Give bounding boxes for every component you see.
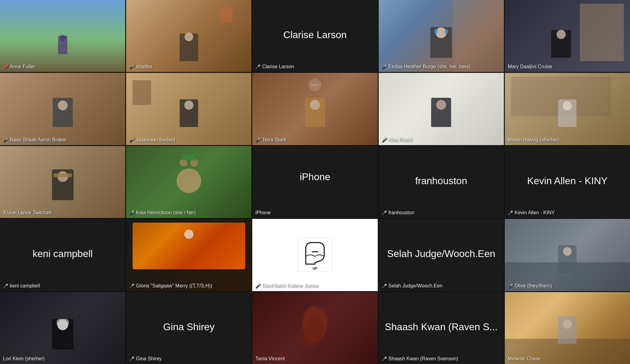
mic-muted-icon: 🎤 — [3, 283, 8, 288]
participant-name: 🎤 Kevin Allen - KINY — [508, 210, 555, 216]
participant-name: 📌 Anne Fuller — [3, 64, 35, 69]
participant-name: 🎤 franhouston — [382, 210, 415, 216]
participant-name: 🎤 Terra Stark — [255, 137, 286, 143]
participant-display-name: Kevin Allen - KINY — [527, 175, 608, 187]
participant-cell[interactable]: Shaash Kwan (Raven S... 🎤 Shaash Kwan (R… — [379, 292, 504, 364]
participant-name: 🎤 Éedaa Heather Burge (she, her, hers) — [382, 64, 471, 69]
participant-cell[interactable]: 🎤 Naas Sháak Aaron Brakel — [0, 73, 125, 145]
participant-name: 🎤 Olive (they/them) — [508, 283, 552, 289]
participant-cell[interactable]: Melanie Chase — [505, 292, 630, 364]
participant-cell[interactable]: 🎤 sharfox — [126, 0, 251, 72]
mic-muted-icon: 🎤 — [255, 283, 261, 288]
participant-name: 🎤 sharfox — [129, 64, 152, 69]
participant-name: 🎤 Shaash Kwan (Raven Svenson) — [382, 356, 458, 362]
participant-name: 🎤 DáxKílatch Kolene James — [255, 283, 318, 289]
participant-name: Mary Daaljíni Cruise — [508, 64, 552, 69]
participant-name: 🎤 Gloria "Saligaaw" Merry ((T,T/S,H)) — [129, 283, 212, 289]
mic-muted-icon: 🎤 — [382, 283, 387, 288]
participant-cell[interactable]: Mary Daaljíni Cruise — [505, 0, 630, 72]
participant-cell[interactable]: Lori Klein (she/her) — [0, 292, 125, 364]
mic-muted-icon: 🎤 — [508, 210, 513, 215]
pin-icon: 📌 — [3, 64, 8, 69]
mic-muted-icon: 🎤 — [129, 64, 134, 69]
participant-name: 🎤 Jaskwaan Bedard — [129, 137, 175, 143]
participant-cell[interactable]: 🎤 Jaskwaan Bedard — [126, 73, 251, 145]
participant-display-name: Gina Shirey — [163, 321, 214, 333]
mic-muted-icon: 🎤 — [129, 356, 134, 361]
participant-cell[interactable]: X'unei Lance Twitchell — [0, 146, 125, 218]
mic-muted-icon: 🎤 — [508, 283, 513, 288]
participant-cell[interactable]: franhouston 🎤 franhouston — [379, 146, 504, 218]
participant-display-name: Shaash Kwan (Raven S... — [385, 321, 497, 333]
participant-name: iPhone — [255, 210, 271, 216]
participant-name: 🎤 Clarise Larson — [255, 64, 294, 69]
mic-muted-icon: 🎤 — [382, 64, 387, 69]
participant-cell[interactable]: Selah Judge/Wooch.Een 🎤 Selah Judge/Wooc… — [379, 219, 504, 291]
mic-muted-icon: 🎤 — [382, 210, 387, 215]
participant-cell[interactable]: iPhone iPhone — [252, 146, 377, 218]
participant-cell[interactable]: Kevin Allen - KINY 🎤 Kevin Allen - KINY — [505, 146, 630, 218]
participant-name: 🎤 keni campbell — [3, 283, 40, 289]
participant-display-name: Selah Judge/Wooch.Een — [387, 248, 495, 259]
participant-display-name: iPhone — [300, 171, 330, 183]
participant-cell[interactable]: 🎤 Kaia Henrickson (she / her) — [126, 146, 251, 218]
participant-cell[interactable]: SEAVC 🎤 Terra Stark — [252, 73, 377, 145]
mic-muted-icon: 🎤 — [255, 64, 261, 69]
svg-text:UP: UP — [313, 267, 317, 270]
participant-cell[interactable]: UP 🎤 DáxKílatch Kolene James — [252, 219, 377, 291]
participant-name: Maren Haavig (she/her) — [508, 137, 560, 143]
participant-display-name: Clarise Larson — [283, 29, 347, 41]
participant-cell[interactable]: 🎤 Éedaa Heather Burge (she, her, hers) — [379, 0, 504, 72]
mic-muted-icon: 🎤 — [3, 137, 8, 142]
participant-name: Lori Klein (she/her) — [3, 356, 45, 362]
participant-name: 🎤 Naas Sháak Aaron Brakel — [3, 137, 66, 143]
mic-muted-icon: 🎤 — [129, 137, 134, 142]
participant-name: 🎤 Alex Roehl — [382, 137, 412, 143]
participant-name: 🎤 Gina Shirey — [129, 356, 162, 362]
mic-muted-icon: 🎤 — [382, 137, 387, 142]
participant-cell[interactable]: 🎤 Olive (they/them) — [505, 219, 630, 291]
participant-cell[interactable]: Tania Vincent — [252, 292, 377, 364]
mic-muted-icon: 🎤 — [382, 356, 387, 361]
participant-cell[interactable]: 🎤 Alex Roehl — [379, 73, 504, 145]
participant-name: Melanie Chase — [508, 356, 541, 362]
mic-muted-icon: 🎤 — [255, 137, 261, 142]
video-grid: 📌 Anne Fuller 🎤 sharfox Clarise Larson 🎤… — [0, 0, 630, 364]
mic-muted-icon: 🎤 — [129, 283, 134, 288]
participant-display-name: keni campbell — [33, 248, 93, 259]
participant-cell[interactable]: keni campbell 🎤 keni campbell — [0, 219, 125, 291]
participant-name: 🎤 Selah Judge/Wooch.Een — [382, 283, 443, 289]
participant-cell[interactable]: 🎤 Gloria "Saligaaw" Merry ((T,T/S,H)) — [126, 219, 251, 291]
participant-cell[interactable]: Maren Haavig (she/her) — [505, 73, 630, 145]
participant-name: Tania Vincent — [255, 356, 285, 362]
organization-logo: UP — [297, 236, 333, 273]
participant-name: X'unei Lance Twitchell — [3, 210, 52, 216]
participant-display-name: franhouston — [415, 175, 467, 187]
participant-name: 🎤 Kaia Henrickson (she / her) — [129, 210, 196, 216]
participant-cell[interactable]: Gina Shirey 🎤 Gina Shirey — [126, 292, 251, 364]
mic-muted-icon: 🎤 — [129, 210, 134, 215]
participant-cell[interactable]: Clarise Larson 🎤 Clarise Larson — [252, 0, 377, 72]
participant-cell[interactable]: 📌 Anne Fuller — [0, 0, 125, 72]
